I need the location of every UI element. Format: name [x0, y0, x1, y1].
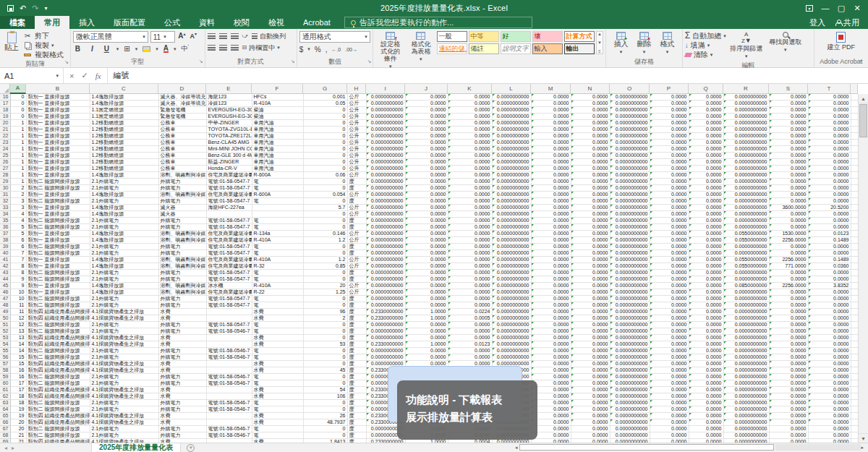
cell-O20[interactable]: 0.0000000000 [610, 120, 650, 127]
cell-M25[interactable]: 0.0000 [531, 153, 571, 159]
cell-J19[interactable]: 0.0000 [405, 114, 448, 120]
cell-K37[interactable]: 0.0000 [448, 231, 492, 237]
cell-E34[interactable] [206, 211, 252, 218]
cell-N52[interactable]: 0.0000 [571, 328, 610, 335]
cell-B19[interactable]: 類別一 直接排放源 [26, 114, 90, 120]
cell-J50[interactable]: 1.0000 [405, 315, 448, 322]
cell-S65[interactable]: 0.0000 [769, 413, 808, 419]
cell-P68[interactable]: 0.0000 [650, 432, 689, 439]
cell-H40[interactable]: 度 [347, 250, 366, 257]
cell-C44[interactable]: 2.1外購電力 [90, 276, 158, 283]
cell-S32[interactable]: 0.0000 [769, 198, 808, 205]
decrease-font-icon[interactable]: A▾ [189, 31, 198, 43]
cell-N30[interactable]: 0.0000 [571, 185, 610, 192]
cell-B42[interactable]: 類別一 直接排放源 [26, 263, 90, 270]
cell-G27[interactable]: 0 [303, 166, 347, 172]
cell-T39[interactable]: 0.0000 [808, 244, 851, 250]
cell-H44[interactable]: 度 [347, 276, 366, 283]
cell-S52[interactable]: 0.0000 [769, 328, 808, 335]
cell-S61[interactable]: 0.0000 [769, 387, 808, 393]
row-header-32[interactable]: 32 [0, 198, 10, 205]
cell-B66[interactable]: 類別四 組織使用產品間接排放 [26, 419, 90, 426]
cell-P32[interactable]: 0.0000 [650, 198, 689, 205]
cell-I53[interactable]: 0.0000000000 [366, 335, 405, 341]
col-header-I[interactable]: I [366, 84, 405, 94]
cell-O42[interactable]: 0.0000000000 [610, 263, 650, 270]
cell-T27[interactable]: 0.0000 [808, 166, 851, 172]
cell-R48[interactable]: 0.0000000000 [723, 302, 769, 309]
cell-D50[interactable]: 水費 [158, 315, 206, 322]
cell-D54[interactable]: 水費 [158, 341, 206, 348]
cell-M38[interactable]: 0.0000 [531, 237, 571, 244]
cell-D23[interactable]: 公務車 [158, 140, 206, 146]
cell-A27[interactable]: 1 [10, 166, 26, 172]
cell-H31[interactable]: 公斤 [347, 192, 366, 198]
row-header-29[interactable]: 29 [0, 179, 10, 185]
cell-R53[interactable]: 0.0000000000 [723, 335, 769, 341]
cell-G58[interactable]: 45 [303, 367, 347, 374]
cell-E68[interactable]: 電號:01-58-0546-7 [206, 432, 252, 439]
cell-R33[interactable]: 0.0000000000 [723, 205, 769, 211]
cell-B16[interactable]: 類別一 直接排放源 [26, 94, 90, 101]
cell-I23[interactable]: 0.0000000000 [366, 140, 405, 146]
cell-T43[interactable]: 0.0000 [808, 270, 851, 276]
cell-E33[interactable]: 海龍HFC-227ea [206, 205, 252, 211]
cell-B43[interactable]: 類別二 能源間接排放源 [26, 270, 90, 276]
ribbon-display-options-icon[interactable]: ▾ [801, 1, 817, 15]
cell-R52[interactable]: 0.0000000000 [723, 328, 769, 335]
cell-T24[interactable]: 0.0000 [808, 146, 851, 153]
cell-P21[interactable]: 0.0000 [650, 127, 689, 133]
cell-N45[interactable]: 0.0000 [571, 283, 610, 289]
cell-G20[interactable]: 0 [303, 120, 347, 127]
cell-C23[interactable]: 1.2移動燃燒源 [90, 140, 158, 146]
cell-H51[interactable]: 度 [347, 322, 366, 328]
cell-S46[interactable]: 0.0000 [769, 289, 808, 296]
cell-L54[interactable]: 0.0000000000 [492, 341, 531, 348]
row-header-56[interactable]: 56 [0, 354, 10, 361]
cell-O61[interactable]: 0.0000000000 [610, 387, 650, 393]
cell-Q29[interactable]: 0.0000 [689, 179, 723, 185]
col-header-B[interactable]: B [26, 84, 90, 94]
cell-D67[interactable]: 外購電力 [158, 426, 206, 432]
cell-P31[interactable]: 0.0000 [650, 192, 689, 198]
cell-P66[interactable]: 0.0000 [650, 419, 689, 426]
cell-D51[interactable]: 外購電力 [158, 322, 206, 328]
cell-D36[interactable]: 外購電力 [158, 224, 206, 231]
cell-N31[interactable]: 0.0000 [571, 192, 610, 198]
cell-S63[interactable]: 0.0000 [769, 400, 808, 406]
cell-L39[interactable]: 0.0000000000 [492, 244, 531, 250]
cell-R26[interactable]: 0.0000000000 [723, 159, 769, 166]
cell-A65[interactable]: 19 [10, 413, 26, 419]
cell-E55[interactable]: 電號:01-58-0546-7 [206, 348, 252, 354]
cell-A20[interactable]: 1 [10, 120, 26, 127]
cell-M59[interactable]: 0.0000 [531, 374, 571, 380]
cell-E29[interactable]: 電號:01-58-0547-7 [206, 179, 252, 185]
cell-Q17[interactable]: 0.0000 [689, 101, 723, 107]
cell-F49[interactable]: 水費 [252, 309, 303, 315]
cell-G26[interactable]: 0 [303, 159, 347, 166]
cell-Q49[interactable]: 0.0000 [689, 309, 723, 315]
cell-C32[interactable]: 2.1外購電力 [90, 198, 158, 205]
cell-M52[interactable]: 0.0000 [531, 328, 571, 335]
cell-D39[interactable]: 外購電力 [158, 244, 206, 250]
cell-D52[interactable]: 外購電力 [158, 328, 206, 335]
cell-H22[interactable]: 公升 [347, 133, 366, 140]
cell-B28[interactable]: 類別一 直接排放源 [26, 172, 90, 179]
cell-J36[interactable]: 0.0000 [405, 224, 448, 231]
cell-E63[interactable]: 電號:01-58-0546-7 [206, 400, 252, 406]
cell-E31[interactable]: 住宅及商業建築冷氣機 [206, 192, 252, 198]
col-header-P[interactable]: P [650, 84, 689, 94]
cell-L17[interactable]: 0.0000000000 [492, 101, 531, 107]
underline-button[interactable]: U [102, 45, 111, 53]
cell-D44[interactable]: 外購電力 [158, 276, 206, 283]
row-header-48[interactable]: 48 [0, 302, 10, 309]
cell-O28[interactable]: 0.0000000000 [610, 172, 650, 179]
cell-S17[interactable]: 0.0000 [769, 101, 808, 107]
cell-T65[interactable]: 0.0000 [808, 413, 851, 419]
cell-C43[interactable]: 2.1外購電力 [90, 270, 158, 276]
cell-D26[interactable]: 公務車 [158, 159, 206, 166]
cell-H46[interactable]: 公斤 [347, 289, 366, 296]
cell-H59[interactable]: 度 [347, 374, 366, 380]
cell-P49[interactable]: 0.0000 [650, 309, 689, 315]
cell-C18[interactable]: 1.1固定燃燒源 [90, 107, 158, 114]
